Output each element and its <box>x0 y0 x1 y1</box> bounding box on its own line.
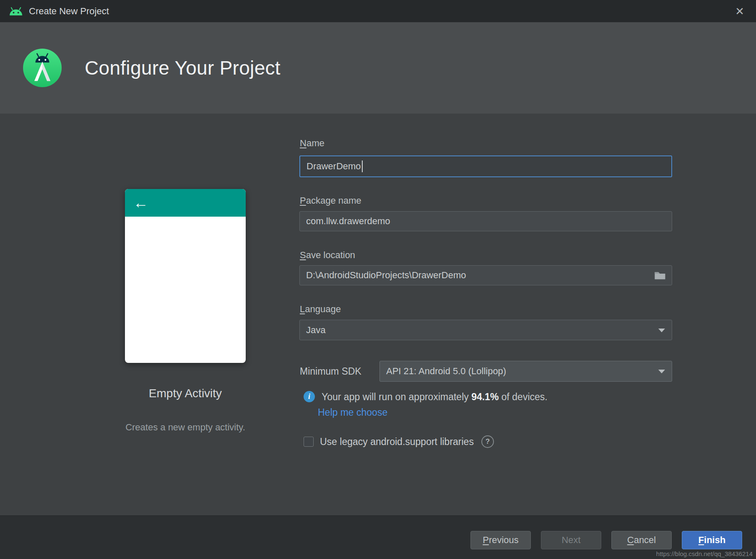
legacy-support-row: Use legacy android.support libraries ? <box>304 435 494 448</box>
activity-preview: ← <box>125 189 246 363</box>
folder-icon <box>654 271 666 280</box>
preview-appbar: ← <box>125 189 246 217</box>
min-sdk-label: Minimum SDK <box>300 361 361 382</box>
wizard-buttons: Previous Next Cancel Finish <box>470 531 742 549</box>
browse-folder-button[interactable] <box>653 270 667 281</box>
name-label: Name <box>300 138 325 149</box>
save-location-label: Save location <box>300 250 355 261</box>
language-value: Java <box>306 325 325 336</box>
back-arrow-icon: ← <box>133 195 148 210</box>
wizard-content: ← Empty Activity Creates a new empty act… <box>0 114 756 515</box>
name-input[interactable]: DrawerDemo <box>299 155 672 177</box>
next-button[interactable]: Next <box>541 531 601 549</box>
min-sdk-dropdown[interactable]: API 21: Android 5.0 (Lollipop) <box>379 361 672 382</box>
text-caret <box>362 160 363 172</box>
close-icon: ✕ <box>735 5 744 18</box>
wizard-header: Configure Your Project <box>0 22 756 114</box>
coverage-percent: 94.1% <box>471 391 499 402</box>
save-location-value: D:\AndroidStudioProjects\DrawerDemo <box>306 270 466 281</box>
chevron-down-icon <box>658 329 665 332</box>
titlebar: Create New Project ✕ <box>0 0 756 22</box>
help-me-choose-link[interactable]: Help me choose <box>318 407 387 418</box>
chevron-down-icon <box>658 370 665 373</box>
package-name-label: Package name <box>300 195 361 206</box>
wizard-footer: Previous Next Cancel Finish https://blog… <box>0 515 756 559</box>
device-coverage-info: i Your app will run on approximately 94.… <box>304 391 548 403</box>
android-icon <box>8 6 23 16</box>
save-location-input[interactable]: D:\AndroidStudioProjects\DrawerDemo <box>299 265 672 285</box>
name-value: DrawerDemo <box>307 161 361 172</box>
page-title: Configure Your Project <box>85 57 281 79</box>
package-name-value: com.llw.drawerdemo <box>306 216 390 227</box>
language-dropdown[interactable]: Java <box>299 320 672 340</box>
activity-description: Creates a new empty activity. <box>85 422 286 433</box>
close-button[interactable]: ✕ <box>732 4 748 18</box>
legacy-support-checkbox[interactable] <box>304 437 314 447</box>
min-sdk-value: API 21: Android 5.0 (Lollipop) <box>386 366 506 377</box>
device-coverage-text: Your app will run on approximately 94.1%… <box>322 391 548 403</box>
language-label: Language <box>300 304 341 315</box>
info-icon: i <box>304 391 315 402</box>
help-icon[interactable]: ? <box>481 435 494 448</box>
watermark: https://blog.csdn.net/qq_38436214 <box>656 550 753 557</box>
create-new-project-window: Create New Project ✕ Configure Your Proj… <box>0 0 756 559</box>
finish-button[interactable]: Finish <box>682 531 742 549</box>
min-sdk-row: Minimum SDK API 21: Android 5.0 (Lollipo… <box>299 361 672 382</box>
window-title: Create New Project <box>29 6 109 17</box>
activity-name: Empty Activity <box>101 387 269 400</box>
package-name-input[interactable]: com.llw.drawerdemo <box>299 211 672 231</box>
android-studio-logo <box>22 47 63 88</box>
cancel-button[interactable]: Cancel <box>611 531 672 549</box>
legacy-support-label[interactable]: Use legacy android.support libraries <box>320 436 474 448</box>
previous-button[interactable]: Previous <box>470 531 531 549</box>
